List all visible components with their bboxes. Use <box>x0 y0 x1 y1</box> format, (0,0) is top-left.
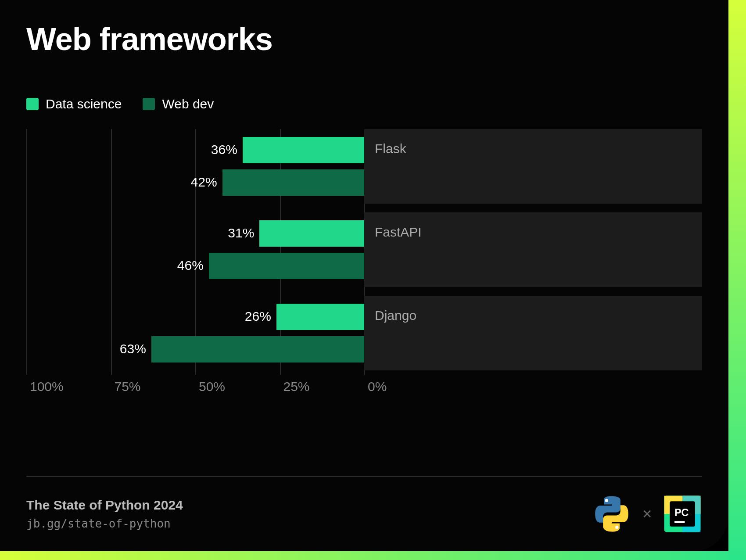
chart-title: Web frameworks <box>26 21 702 57</box>
bar-web-dev <box>151 336 364 363</box>
bar-data-science <box>259 220 364 247</box>
footer-link: jb.gg/state-of-python <box>26 517 183 530</box>
x-separator-icon: ✕ <box>642 507 652 521</box>
category-label: Flask <box>375 141 406 156</box>
plot: 36%42%Flask31%46%FastAPI26%63%Django <box>26 129 702 375</box>
bar-group: 36%42%Flask <box>26 129 702 204</box>
axis-tick-label: 0% <box>368 379 387 394</box>
footer-title: The State of Python 2024 <box>26 498 183 513</box>
bar-value-label: 26% <box>227 309 271 324</box>
python-logo-icon <box>592 494 631 534</box>
bar-track <box>364 212 702 287</box>
bar-value-label: 46% <box>160 258 204 273</box>
svg-text:PC: PC <box>674 507 689 518</box>
bar-value-label: 36% <box>194 142 237 157</box>
bar-data-science <box>243 137 364 163</box>
swatch-web-dev <box>143 98 155 110</box>
bar-track <box>364 129 702 204</box>
bar-value-label: 42% <box>173 175 217 190</box>
footer: The State of Python 2024 jb.gg/state-of-… <box>26 476 702 534</box>
bar-group: 31%46%FastAPI <box>26 212 702 287</box>
chart-area: 36%42%Flask31%46%FastAPI26%63%Django 100… <box>26 129 702 401</box>
svg-point-1 <box>615 526 618 529</box>
category-label: FastAPI <box>375 225 422 240</box>
swatch-data-science <box>26 98 39 110</box>
bar-value-label: 63% <box>102 341 146 356</box>
chart-card: Web frameworks Data science Web dev 36%4… <box>0 0 728 551</box>
axis-tick-label: 25% <box>283 379 310 394</box>
footer-text: The State of Python 2024 jb.gg/state-of-… <box>26 498 183 530</box>
pycharm-logo-icon: PC <box>663 494 702 534</box>
legend-label-web-dev: Web dev <box>162 97 214 111</box>
bar-track <box>364 296 702 370</box>
svg-rect-7 <box>674 521 685 523</box>
axis-tick-label: 50% <box>199 379 225 394</box>
axis-tick-label: 100% <box>30 379 64 394</box>
legend-item-web-dev: Web dev <box>143 97 214 111</box>
legend: Data science Web dev <box>26 97 702 111</box>
bar-data-science <box>276 304 364 330</box>
bar-web-dev <box>222 169 364 196</box>
category-label: Django <box>375 308 416 323</box>
footer-logos: ✕ PC <box>592 494 702 534</box>
legend-label-data-science: Data science <box>46 97 122 111</box>
svg-point-0 <box>605 499 608 502</box>
legend-item-data-science: Data science <box>26 97 122 111</box>
bar-web-dev <box>209 253 364 279</box>
bar-group: 26%63%Django <box>26 296 702 370</box>
axis-tick-label: 75% <box>115 379 141 394</box>
bar-value-label: 31% <box>210 226 254 241</box>
